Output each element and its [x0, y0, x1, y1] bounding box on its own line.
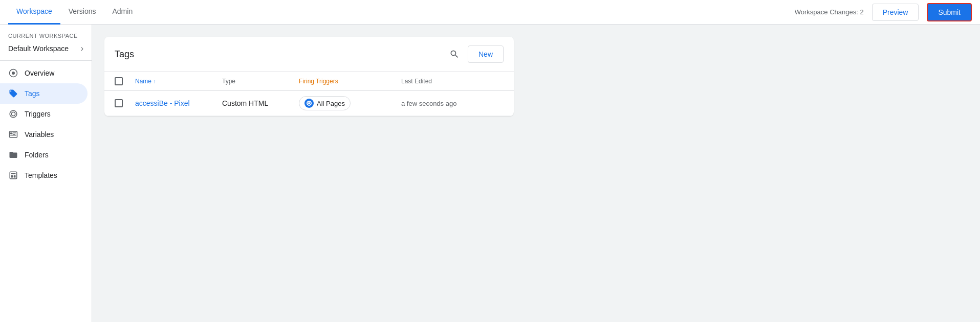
- svg-rect-3: [10, 132, 13, 134]
- table-header-type: Type: [222, 77, 299, 85]
- svg-rect-4: [13, 132, 16, 133]
- table-header-firing-triggers: Firing Triggers: [299, 77, 401, 85]
- table-header-type-label: Type: [222, 78, 235, 85]
- svg-rect-9: [11, 175, 13, 178]
- sidebar-divider: [0, 60, 92, 61]
- all-pages-trigger-icon: [304, 99, 314, 108]
- tags-header-actions: New: [445, 45, 504, 63]
- row-type-cell: Custom HTML: [222, 99, 299, 107]
- svg-rect-7: [10, 172, 17, 179]
- tags-table: Name ↑ Type Firing Triggers Last Edited: [104, 72, 514, 116]
- trigger-icon-inner: [307, 101, 312, 106]
- row-checkbox-cell: [115, 99, 135, 107]
- row-firing-triggers-cell: All Pages: [299, 96, 401, 110]
- sidebar-item-triggers[interactable]: Triggers: [0, 104, 88, 124]
- sidebar-item-variables[interactable]: Variables: [0, 124, 88, 145]
- nav-tabs: Workspace Versions Admin: [8, 0, 141, 25]
- sidebar-item-templates-label: Templates: [25, 171, 57, 179]
- sidebar-item-overview-label: Overview: [25, 69, 54, 77]
- row-checkbox[interactable]: [115, 99, 123, 107]
- svg-rect-6: [10, 135, 16, 136]
- sidebar-item-tags-label: Tags: [25, 89, 40, 98]
- sidebar-item-folders[interactable]: Folders: [0, 145, 88, 165]
- variable-icon: [8, 129, 18, 140]
- table-header-name[interactable]: Name ↑: [135, 77, 222, 85]
- sidebar-item-folders-label: Folders: [25, 151, 49, 159]
- tag-name-link[interactable]: accessiBe - Pixel: [135, 99, 190, 107]
- table-header-last-edited-label: Last Edited: [401, 78, 432, 85]
- sidebar-item-variables-label: Variables: [25, 130, 54, 139]
- svg-rect-10: [14, 175, 16, 178]
- top-nav: Workspace Versions Admin Workspace Chang…: [0, 0, 980, 25]
- svg-rect-8: [11, 173, 16, 174]
- tab-workspace[interactable]: Workspace: [8, 0, 60, 25]
- table-header-name-label: Name: [135, 78, 151, 85]
- search-button[interactable]: [445, 45, 464, 63]
- sidebar-item-tags[interactable]: Tags: [0, 83, 88, 104]
- table-header: Name ↑ Type Firing Triggers Last Edited: [104, 72, 514, 91]
- tag-icon: [8, 88, 18, 99]
- table-header-firing-triggers-label: Firing Triggers: [299, 78, 338, 85]
- tab-versions[interactable]: Versions: [60, 0, 104, 25]
- overview-icon: [8, 68, 18, 78]
- row-last-edited-cell: a few seconds ago: [401, 100, 504, 107]
- trigger-icon-dot: [308, 102, 310, 104]
- tags-title: Tags: [115, 49, 134, 60]
- main-content: Tags New Na: [92, 25, 980, 322]
- select-all-checkbox[interactable]: [115, 77, 123, 85]
- row-name-cell: accessiBe - Pixel: [135, 99, 222, 107]
- sidebar: CURRENT WORKSPACE Default Workspace › Ov…: [0, 25, 92, 322]
- submit-button[interactable]: Submit: [927, 3, 972, 21]
- new-button[interactable]: New: [468, 45, 504, 63]
- tags-panel: Tags New Na: [104, 37, 514, 116]
- top-nav-right: Workspace Changes: 2 Preview Submit: [795, 3, 972, 21]
- workspace-name: Default Workspace: [8, 44, 69, 53]
- trigger-icon: [8, 109, 18, 119]
- folder-icon: [8, 150, 18, 160]
- svg-rect-5: [13, 134, 15, 135]
- sidebar-item-templates[interactable]: Templates: [0, 165, 88, 186]
- workspace-changes-label: Workspace Changes: 2: [795, 8, 864, 16]
- tags-header: Tags New: [104, 37, 514, 72]
- firing-trigger-label: All Pages: [317, 100, 345, 107]
- current-workspace-label: CURRENT WORKSPACE: [0, 29, 92, 41]
- workspace-selector[interactable]: Default Workspace ›: [2, 41, 90, 56]
- sidebar-item-triggers-label: Triggers: [25, 110, 51, 118]
- table-header-last-edited: Last Edited: [401, 77, 504, 85]
- layout: CURRENT WORKSPACE Default Workspace › Ov…: [0, 25, 980, 322]
- sort-asc-icon: ↑: [154, 79, 156, 84]
- template-icon: [8, 170, 18, 180]
- svg-point-1: [12, 72, 15, 75]
- tab-admin[interactable]: Admin: [104, 0, 141, 25]
- firing-trigger-badge[interactable]: All Pages: [299, 96, 351, 110]
- preview-button[interactable]: Preview: [872, 4, 919, 21]
- table-header-checkbox-cell: [115, 77, 135, 85]
- chevron-right-icon: ›: [81, 44, 83, 53]
- sidebar-item-overview[interactable]: Overview: [0, 63, 88, 83]
- table-row: accessiBe - Pixel Custom HTML All Pages: [104, 91, 514, 116]
